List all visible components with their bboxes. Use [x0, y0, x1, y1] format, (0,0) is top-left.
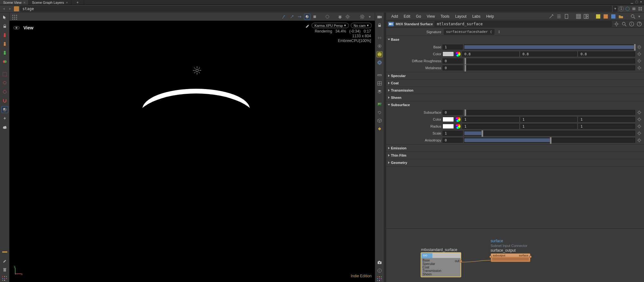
- sss-scale-slider[interactable]: [464, 131, 635, 136]
- grip-icon[interactable]: [11, 14, 17, 20]
- take-badge[interactable]: 1: [619, 6, 624, 11]
- menu-add[interactable]: Add: [389, 14, 400, 19]
- menu-tools[interactable]: Tools: [438, 14, 452, 19]
- circle-outline-icon[interactable]: [324, 14, 331, 20]
- color-swatch[interactable]: [443, 51, 454, 57]
- stack-icon[interactable]: [376, 88, 383, 95]
- note-yellow-icon[interactable]: [595, 14, 601, 19]
- signature-field[interactable]: [444, 29, 494, 35]
- nav-back-button[interactable]: ◂: [1, 6, 6, 11]
- color-g-field[interactable]: [520, 51, 577, 57]
- lock-icon[interactable]: [376, 22, 383, 28]
- colorwheel-icon[interactable]: [455, 117, 461, 122]
- context-icon[interactable]: [14, 6, 19, 11]
- diamond-icon[interactable]: [376, 126, 383, 132]
- handle-axis-x-icon[interactable]: [281, 14, 288, 20]
- person-red-tool[interactable]: [1, 32, 8, 39]
- section-header-emission[interactable]: Emission: [386, 145, 644, 152]
- image-icon[interactable]: [376, 101, 383, 107]
- sss-radius-r-field[interactable]: [462, 124, 519, 129]
- close-icon[interactable]: ×: [66, 1, 68, 4]
- info-icon[interactable]: i: [376, 267, 383, 274]
- camera-selector[interactable]: No cam▾: [351, 23, 372, 28]
- output-port[interactable]: [460, 260, 462, 262]
- box-icon[interactable]: [631, 6, 636, 11]
- section-header-coat[interactable]: Coat: [386, 80, 644, 87]
- layout-icon[interactable]: [583, 14, 589, 19]
- colorwheel-icon[interactable]: [455, 51, 461, 57]
- section-header-thinfilm[interactable]: Thin Film: [386, 152, 644, 159]
- lasso-tool[interactable]: [1, 80, 8, 87]
- viewport[interactable]: View Karma XPU Persp▾ No cam▾ Rendering …: [9, 21, 375, 282]
- note-blue-icon[interactable]: [610, 14, 616, 19]
- subsurface-slider[interactable]: [464, 110, 635, 115]
- wireframe-sphere-icon[interactable]: [376, 59, 383, 66]
- chevron-down-icon[interactable]: ▾: [367, 14, 373, 20]
- diffuse-roughness-slider[interactable]: [464, 58, 635, 63]
- menu-labs[interactable]: Labs: [470, 14, 483, 19]
- color-swatch[interactable]: [443, 117, 454, 122]
- color-swatch[interactable]: [443, 124, 454, 129]
- bug-icon[interactable]: [337, 14, 343, 20]
- circle-dot-icon[interactable]: [376, 43, 383, 49]
- menu-layout[interactable]: Layout: [453, 14, 469, 19]
- add-tab[interactable]: +: [71, 0, 84, 5]
- brush-tool[interactable]: [1, 88, 8, 95]
- chevron-down-icon[interactable]: ▾: [637, 14, 641, 19]
- snapshot-icon[interactable]: [625, 6, 630, 11]
- path-field[interactable]: [20, 6, 612, 12]
- node-search-icon[interactable]: [621, 21, 627, 27]
- section-header-subsurface[interactable]: Subsurface: [386, 101, 644, 108]
- pencil-icon[interactable]: [305, 23, 310, 28]
- cube-icon[interactable]: [376, 117, 383, 124]
- square-icon[interactable]: [312, 14, 318, 20]
- palette-icon[interactable]: [1, 275, 8, 282]
- sss-scale-field[interactable]: [443, 131, 463, 136]
- grid-icon[interactable]: [376, 80, 383, 87]
- colorwheel-icon[interactable]: [455, 123, 461, 129]
- node-help-icon[interactable]: ?: [636, 21, 642, 27]
- section-header-specular[interactable]: Specular: [386, 72, 644, 79]
- camera-icon[interactable]: [376, 14, 383, 20]
- section-header-base[interactable]: Base: [386, 36, 644, 43]
- cloud-tool[interactable]: [1, 124, 8, 131]
- section-header-sheen[interactable]: Sheen: [386, 94, 644, 101]
- sss-radius-b-field[interactable]: [578, 124, 635, 129]
- param-gear-icon[interactable]: [636, 123, 642, 129]
- axis-gizmo[interactable]: y x └: [13, 266, 23, 276]
- viewport-gear-icon[interactable]: [359, 14, 365, 20]
- param-gear-icon[interactable]: [636, 117, 642, 122]
- base-slider[interactable]: [464, 45, 635, 50]
- sss-radius-g-field[interactable]: [520, 124, 577, 129]
- select-tool[interactable]: [1, 14, 8, 21]
- graph-node-mtlx[interactable]: mtlxstandard_surface Base Specular Coat …: [421, 248, 461, 277]
- display-mode-smiley-icon[interactable]: [376, 51, 383, 57]
- handle-axis-y-icon[interactable]: [289, 14, 295, 20]
- base-value-field[interactable]: [443, 45, 463, 50]
- subsurface-field[interactable]: [443, 110, 463, 115]
- signature-stepper[interactable]: ▲▼: [497, 29, 501, 35]
- shader-mode-icon[interactable]: [304, 14, 310, 20]
- light-gizmo-icon[interactable]: [192, 66, 202, 75]
- note-orange-icon[interactable]: [603, 14, 609, 19]
- sss-anisotropy-field[interactable]: [443, 138, 463, 143]
- handle-axis-z-icon[interactable]: [296, 14, 303, 20]
- list-icon[interactable]: [556, 14, 562, 19]
- menu-help[interactable]: Help: [484, 14, 497, 19]
- bolt-tool[interactable]: [1, 115, 8, 122]
- dropdown-icon[interactable]: ▾: [639, 0, 643, 3]
- selection-box-tool[interactable]: [1, 71, 8, 78]
- section-header-transmission[interactable]: Transmission: [386, 87, 644, 94]
- refresh-icon[interactable]: [376, 109, 383, 116]
- param-gear-icon[interactable]: [636, 44, 642, 50]
- folder-icon[interactable]: [618, 14, 624, 19]
- diffuse-roughness-field[interactable]: [443, 58, 463, 63]
- graph-node-surface-output[interactable]: surface Subnet Input Connector surface_o…: [491, 239, 530, 262]
- sss-color-b-field[interactable]: [578, 117, 635, 122]
- sss-anisotropy-slider[interactable]: [464, 138, 635, 143]
- menu-edit[interactable]: Edit: [401, 14, 413, 19]
- edit-shelf-icon[interactable]: [1, 257, 8, 264]
- param-gear-icon[interactable]: [636, 110, 642, 115]
- person-green-tool[interactable]: [1, 49, 8, 56]
- param-gear-icon[interactable]: [636, 130, 642, 136]
